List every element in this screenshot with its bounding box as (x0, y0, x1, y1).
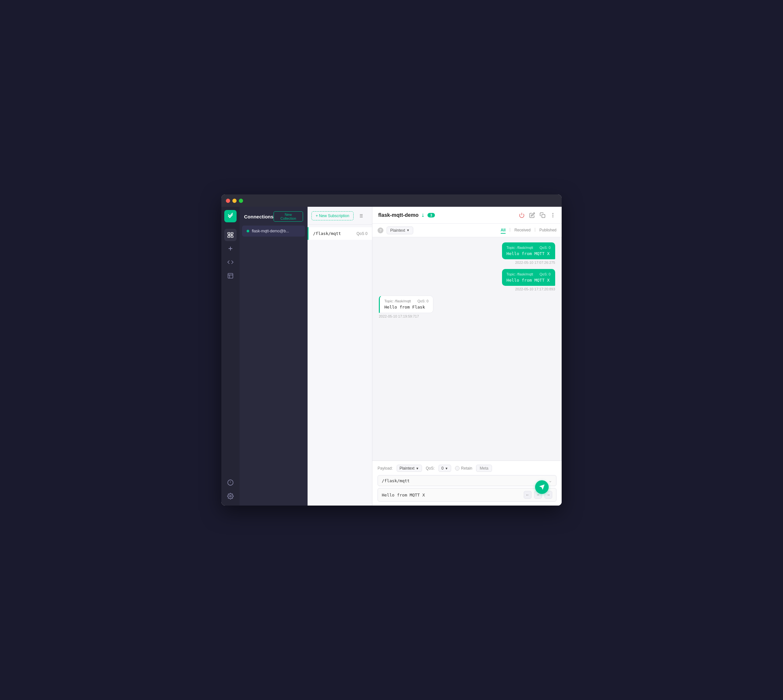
message-timestamp-2: 2022-05-10 17:17:20:893 (515, 287, 555, 291)
message-topic-2: Topic: /flask/mqtt (506, 272, 533, 276)
format-selector[interactable]: Plaintext ▼ (387, 227, 413, 234)
svg-rect-2 (228, 236, 230, 238)
svg-rect-3 (231, 236, 233, 238)
subscriptions-panel: + New Subscription /flask/mqtt QoS 0 (308, 207, 372, 505)
nav-sidebar (222, 207, 240, 505)
title-bar (222, 195, 561, 207)
payload-label: Payload: (378, 466, 393, 470)
close-button[interactable] (226, 199, 230, 203)
new-subscription-button[interactable]: + New Subscription (312, 211, 353, 220)
main-content: Connections New Collection flask-mqtt-de… (222, 207, 561, 505)
qos-value: 0 (441, 466, 444, 470)
retain-label: Retain (461, 466, 473, 470)
connection-name: flask-mqtt-demo@b... (252, 229, 289, 233)
send-button[interactable] (535, 480, 549, 494)
topic-input[interactable] (382, 478, 548, 483)
compose-toolbar: Payload: Plaintext ▼ QoS: 0 ▼ Retain Met… (378, 465, 556, 472)
svg-rect-23 (542, 214, 545, 217)
message-count-badge: 3 (428, 213, 435, 217)
filter-tabs: ? Plaintext ▼ All | Received | Published (372, 223, 561, 237)
nav-code[interactable] (224, 256, 237, 268)
nav-log[interactable] (224, 270, 237, 282)
format-label: Plaintext (390, 228, 405, 233)
message-meta-row-recv-3: Topic: /flask/mqtt QoS: 0 (384, 299, 428, 303)
message-topic-3: Topic: /flask/mqtt (384, 299, 411, 303)
chevron-down-icon[interactable]: ⤓ (421, 213, 425, 218)
chevron-down-icon: ▼ (406, 228, 410, 232)
compose-bottom: ⌄ ← − → (378, 475, 556, 502)
svg-point-15 (230, 495, 232, 497)
chevron-down-icon: ▼ (445, 467, 448, 470)
traffic-lights (226, 199, 243, 203)
subscription-topic: /flask/mqtt (313, 231, 357, 236)
connections-header: Connections New Collection (240, 207, 308, 225)
new-collection-button[interactable]: New Collection (273, 211, 303, 222)
connection-item-flask[interactable]: flask-mqtt-demo@b... (242, 225, 305, 237)
power-icon[interactable] (519, 212, 525, 218)
chevron-down-icon: ▼ (416, 467, 419, 470)
message-bubble-sent-1: Topic: /flask/mqtt QoS: 0 Hello from MQT… (502, 242, 555, 259)
message-qos-2: QoS: 0 (540, 272, 551, 276)
app-logo[interactable] (224, 210, 237, 222)
messages-area: Topic: /flask/mqtt QoS: 0 Hello from MQT… (372, 237, 561, 460)
message-filter-tabs: All | Received | Published (501, 227, 556, 234)
tab-received[interactable]: Received (514, 227, 531, 234)
nav-connections[interactable] (224, 229, 237, 241)
svg-rect-9 (228, 273, 233, 278)
minimize-button[interactable] (232, 199, 237, 203)
message-body-3: Hello from Flask (384, 305, 428, 310)
app-window: Connections New Collection flask-mqtt-de… (222, 195, 561, 505)
payload-format-label: Plaintext (400, 466, 415, 470)
subscription-qos: QoS 0 (357, 232, 368, 236)
connection-tab-name: flask-mqtt-demo (378, 212, 418, 218)
message-meta-row-1: Topic: /flask/mqtt QoS: 0 (506, 246, 551, 250)
svg-point-24 (553, 213, 553, 214)
expand-icon[interactable]: ⌄ (548, 478, 552, 483)
retain-group: Retain (455, 466, 473, 470)
nav-add[interactable] (224, 242, 237, 255)
message-qos-1: QoS: 0 (540, 246, 551, 250)
tab-published[interactable]: Published (539, 227, 556, 234)
payload-input[interactable] (382, 493, 524, 497)
subscription-item-flask-mqtt[interactable]: /flask/mqtt QoS 0 (308, 227, 372, 240)
edit-icon[interactable] (529, 212, 535, 218)
nav-info[interactable] (224, 477, 237, 489)
message-panel: flask-mqtt-demo ⤓ 3 (372, 207, 561, 505)
connections-title: Connections (244, 214, 273, 219)
connections-panel: Connections New Collection flask-mqtt-de… (240, 207, 308, 505)
tab-all[interactable]: All (501, 227, 506, 234)
filter-icon[interactable] (356, 211, 365, 220)
message-qos-3: QoS: 0 (417, 299, 428, 303)
copy-icon[interactable] (540, 212, 545, 218)
message-bubble-received-3: Topic: /flask/mqtt QoS: 0 Hello from Fla… (379, 295, 433, 313)
payload-row: ← − → (378, 488, 556, 502)
svg-rect-0 (228, 233, 230, 234)
maximize-button[interactable] (239, 199, 243, 203)
meta-button[interactable]: Meta (476, 465, 492, 472)
compose-area: Payload: Plaintext ▼ QoS: 0 ▼ Retain Met… (372, 460, 561, 505)
qos-selector[interactable]: 0 ▼ (438, 465, 451, 472)
message-body-1: Hello from MQTT X (506, 251, 551, 256)
message-sent-1: Topic: /flask/mqtt QoS: 0 Hello from MQT… (379, 242, 555, 265)
message-sent-2: Topic: /flask/mqtt QoS: 0 Hello from MQT… (379, 269, 555, 291)
connection-tab: flask-mqtt-demo ⤓ 3 (378, 212, 435, 218)
svg-rect-1 (231, 233, 233, 234)
topic-row: ⌄ (378, 475, 556, 486)
payload-format-selector[interactable]: Plaintext ▼ (396, 465, 422, 472)
message-received-3: Topic: /flask/mqtt QoS: 0 Hello from Fla… (379, 295, 555, 318)
help-icon[interactable]: ? (378, 228, 383, 233)
svg-point-25 (553, 215, 553, 215)
message-meta-row-2: Topic: /flask/mqtt QoS: 0 (506, 272, 551, 276)
connection-status-dot (247, 230, 249, 232)
nav-settings[interactable] (224, 490, 237, 502)
message-bubble-sent-2: Topic: /flask/mqtt QoS: 0 Hello from MQT… (502, 269, 555, 286)
message-timestamp-3: 2022-05-10 17:19:59:717 (379, 314, 419, 318)
retain-checkbox[interactable] (455, 466, 460, 470)
message-body-2: Hello from MQTT X (506, 278, 551, 283)
undo-button[interactable]: ← (524, 491, 531, 499)
header-actions (519, 212, 556, 218)
message-header: flask-mqtt-demo ⤓ 3 (372, 207, 561, 223)
more-icon[interactable] (550, 212, 556, 218)
subscriptions-header: + New Subscription (308, 207, 372, 225)
qos-label: QoS: (426, 466, 435, 470)
